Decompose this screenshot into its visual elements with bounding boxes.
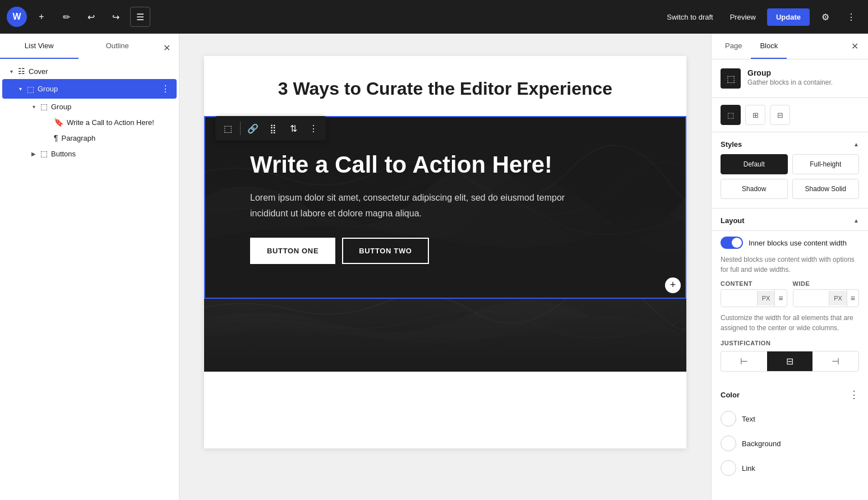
wordpress-logo[interactable]: W xyxy=(7,7,27,27)
edit-button[interactable]: ✏ xyxy=(56,7,76,27)
update-button[interactable]: Update xyxy=(767,8,810,26)
undo-button[interactable]: ↩ xyxy=(81,7,101,27)
content-align-icon[interactable]: ≡ xyxy=(774,290,786,307)
link-color-label: Link xyxy=(742,464,755,473)
group-icon-btn[interactable]: ⬚ xyxy=(218,118,238,138)
cover-buttons: BUTTON ONE BUTTON TWO xyxy=(250,238,640,264)
tree-toggle-group2[interactable]: ▾ xyxy=(29,102,38,111)
tree-item-write-cta[interactable]: ▾ 🔖 Write a Call to Action Here! xyxy=(2,114,177,130)
style-shadow-solid[interactable]: Shadow Solid xyxy=(792,179,860,199)
button-two[interactable]: BUTTON TWO xyxy=(342,238,428,264)
switch-to-draft-button[interactable]: Switch to draft xyxy=(661,10,718,25)
toggle-knob xyxy=(732,238,742,248)
close-icon: ✕ xyxy=(851,41,858,52)
buttons-icon: ⬚ xyxy=(40,149,48,158)
justify-left-button[interactable]: ⊢ xyxy=(721,351,767,371)
style-icon-group[interactable]: ⬚ xyxy=(721,105,741,125)
preview-button[interactable]: Preview xyxy=(724,10,761,25)
color-background-row: Background xyxy=(721,431,859,456)
style-icon-stack[interactable]: ⊟ xyxy=(770,105,790,125)
canvas-page: 3 Ways to Curate the Editor Experience ⬚… xyxy=(204,56,686,448)
sidebar-close-button[interactable]: ✕ xyxy=(156,38,177,58)
styles-section-header[interactable]: Styles ▲ xyxy=(712,132,868,154)
move-up-down[interactable]: ⇅ xyxy=(283,118,303,138)
text-color-label: Text xyxy=(742,415,755,423)
right-sidebar: Page Block ✕ ⬚ Group Gather blocks in a … xyxy=(711,34,868,500)
list-view-button[interactable]: ☰ xyxy=(130,7,150,27)
cover-block[interactable]: Write a Call to Action Here! Lorem ipsum… xyxy=(204,116,686,299)
page-title[interactable]: 3 Ways to Curate the Editor Experience xyxy=(204,56,686,116)
wide-input-row: PX ≡ xyxy=(793,289,860,307)
block-style-icons: ⬚ ⊞ ⊟ xyxy=(712,98,868,132)
tab-block[interactable]: Block xyxy=(751,34,787,59)
color-more-button[interactable]: ⋮ xyxy=(849,388,859,401)
tree-toggle-cover[interactable]: ▾ xyxy=(7,67,16,76)
tree-item-cover[interactable]: ▾ ☷ Cover xyxy=(2,63,177,79)
tree-toggle-buttons[interactable]: ▶ xyxy=(29,149,38,158)
more-options-button[interactable]: ⋮ xyxy=(841,7,861,27)
wide-unit: PX xyxy=(829,291,847,305)
text-color-circle[interactable] xyxy=(721,411,736,427)
block-type-icon: ⬚ xyxy=(727,73,735,84)
justify-right-button[interactable]: ⊣ xyxy=(812,351,858,371)
redo-button[interactable]: ↪ xyxy=(105,7,126,27)
block-options-button[interactable]: ⋮ xyxy=(303,118,324,138)
cover-paragraph[interactable]: Lorem ipsum dolor sit amet, consectetur … xyxy=(250,190,575,220)
block-name: Group xyxy=(747,68,833,77)
tab-list-view[interactable]: List View xyxy=(0,34,79,59)
tree-item-buttons[interactable]: ▶ ⬚ Buttons xyxy=(2,146,177,161)
width-inputs: CONTENT PX ≡ WIDE PX ≡ xyxy=(721,280,859,307)
list-view-icon: ☰ xyxy=(136,12,144,22)
wide-width-input[interactable] xyxy=(793,290,829,307)
left-sidebar: List View Outline ✕ ▾ ☷ Cover ▾ ⬚ Group … xyxy=(0,34,179,500)
tab-outline[interactable]: Outline xyxy=(79,34,157,59)
close-icon: ✕ xyxy=(163,43,170,53)
settings-icon: ⚙ xyxy=(821,12,829,22)
settings-button[interactable]: ⚙ xyxy=(815,7,835,27)
inner-blocks-toggle[interactable] xyxy=(721,237,743,249)
tab-page[interactable]: Page xyxy=(716,34,751,59)
cover-add-button[interactable]: + xyxy=(665,277,681,293)
wide-align-icon[interactable]: ≡ xyxy=(847,290,858,307)
add-block-button[interactable]: + xyxy=(31,7,52,27)
justify-center-button[interactable]: ⊟ xyxy=(767,351,813,371)
justify-right-icon: ⊣ xyxy=(832,356,839,367)
style-shadow[interactable]: Shadow xyxy=(721,179,788,199)
color-link-row: Link xyxy=(721,456,859,480)
tree-label-group2: Group xyxy=(51,103,172,111)
cover-heading[interactable]: Write a Call to Action Here! xyxy=(250,151,640,179)
paragraph-icon: ¶ xyxy=(54,133,58,142)
tree-label-group1: Group xyxy=(38,85,159,93)
tree: ▾ ☷ Cover ▾ ⬚ Group ⋮ ▾ ⬚ Group ▾ 🔖 Writ xyxy=(0,59,179,166)
style-default[interactable]: Default xyxy=(721,154,788,174)
color-section-title: Color xyxy=(721,391,740,399)
tree-more-group1[interactable]: ⋮ xyxy=(159,82,172,95)
content-width-input[interactable] xyxy=(721,290,757,307)
link-color-circle[interactable] xyxy=(721,460,736,476)
background-color-circle[interactable] xyxy=(721,436,736,451)
tree-item-group1[interactable]: ▾ ⬚ Group ⋮ xyxy=(2,79,177,99)
link-btn[interactable]: 🔗 xyxy=(243,118,263,138)
tree-toggle-group1[interactable]: ▾ xyxy=(16,85,25,94)
content-input-row: PX ≡ xyxy=(721,289,787,307)
lower-cover-block[interactable] xyxy=(204,299,686,372)
style-full-height[interactable]: Full-height xyxy=(792,154,860,174)
right-sidebar-close[interactable]: ✕ xyxy=(846,38,864,55)
color-section-header: Color ⋮ xyxy=(721,381,859,406)
justify-left-icon: ⊢ xyxy=(740,356,748,367)
tree-item-paragraph[interactable]: ▾ ¶ Paragraph xyxy=(2,130,177,146)
drag-handle[interactable]: ⣿ xyxy=(263,118,283,138)
button-one[interactable]: BUTTON ONE xyxy=(250,238,335,264)
tree-item-group2[interactable]: ▾ ⬚ Group xyxy=(2,99,177,114)
color-section: Color ⋮ Text Background Link xyxy=(712,381,868,480)
block-desc: Gather blocks in a container. xyxy=(747,78,833,86)
inner-blocks-label: Inner blocks use content width xyxy=(749,239,847,247)
group1-icon: ⬚ xyxy=(27,85,34,94)
topbar-left: W + ✏ ↩ ↪ ☰ xyxy=(7,7,150,27)
canvas-area[interactable]: 3 Ways to Curate the Editor Experience ⬚… xyxy=(179,34,711,500)
wide-label: WIDE xyxy=(793,280,860,287)
heading-icon: 🔖 xyxy=(54,118,63,127)
style-icon-row[interactable]: ⊞ xyxy=(745,105,765,125)
layout-section-header[interactable]: Layout ▲ xyxy=(712,208,868,230)
options-icon: ⋮ xyxy=(309,123,318,134)
